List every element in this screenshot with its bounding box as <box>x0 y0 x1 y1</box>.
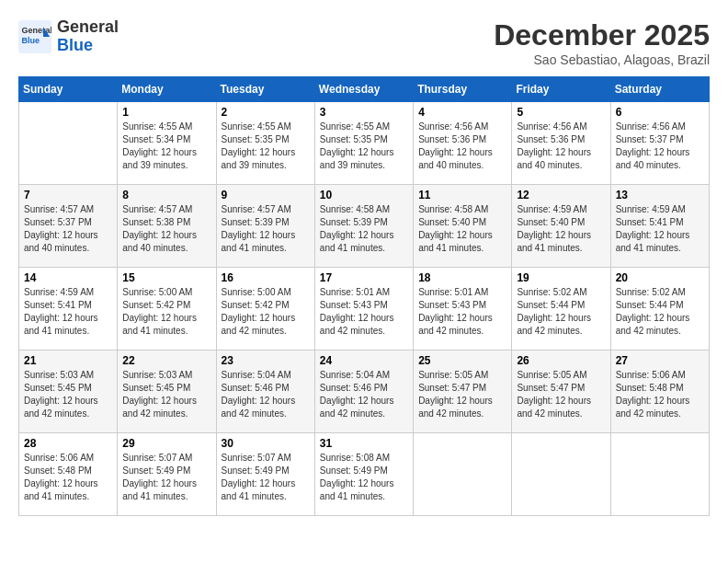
day-info: Sunrise: 5:01 AM Sunset: 5:43 PM Dayligh… <box>418 286 506 338</box>
day-info: Sunrise: 4:57 AM Sunset: 5:38 PM Dayligh… <box>122 203 210 255</box>
calendar-cell: 21Sunrise: 5:03 AM Sunset: 5:45 PM Dayli… <box>19 350 118 433</box>
day-header-tuesday: Tuesday <box>216 77 314 102</box>
day-number: 13 <box>616 189 704 201</box>
calendar-cell: 5Sunrise: 4:56 AM Sunset: 5:36 PM Daylig… <box>512 102 610 185</box>
day-info: Sunrise: 5:01 AM Sunset: 5:43 PM Dayligh… <box>320 286 408 338</box>
week-row-3: 21Sunrise: 5:03 AM Sunset: 5:45 PM Dayli… <box>19 350 710 433</box>
calendar-cell: 6Sunrise: 4:56 AM Sunset: 5:37 PM Daylig… <box>610 102 709 185</box>
calendar-cell: 14Sunrise: 4:59 AM Sunset: 5:41 PM Dayli… <box>19 268 118 350</box>
day-number: 6 <box>616 106 704 119</box>
day-header-saturday: Saturday <box>610 77 709 102</box>
day-info: Sunrise: 5:06 AM Sunset: 5:48 PM Dayligh… <box>616 369 704 420</box>
logo-icon: General Blue <box>18 20 51 53</box>
calendar-cell <box>414 433 512 516</box>
day-info: Sunrise: 5:07 AM Sunset: 5:49 PM Dayligh… <box>222 452 310 503</box>
calendar-cell: 17Sunrise: 5:01 AM Sunset: 5:43 PM Dayli… <box>314 268 413 350</box>
day-number: 22 <box>122 354 210 367</box>
calendar-cell: 11Sunrise: 4:58 AM Sunset: 5:40 PM Dayli… <box>414 185 512 268</box>
day-info: Sunrise: 4:59 AM Sunset: 5:41 PM Dayligh… <box>24 286 112 338</box>
day-number: 21 <box>24 354 112 367</box>
week-row-4: 28Sunrise: 5:06 AM Sunset: 5:48 PM Dayli… <box>19 433 710 516</box>
day-info: Sunrise: 4:56 AM Sunset: 5:36 PM Dayligh… <box>517 121 605 172</box>
day-info: Sunrise: 5:05 AM Sunset: 5:47 PM Dayligh… <box>517 369 605 420</box>
calendar-cell: 18Sunrise: 5:01 AM Sunset: 5:43 PM Dayli… <box>414 268 512 350</box>
day-number: 19 <box>517 271 605 284</box>
calendar-cell: 1Sunrise: 4:55 AM Sunset: 5:34 PM Daylig… <box>118 102 216 185</box>
calendar-cell: 2Sunrise: 4:55 AM Sunset: 5:35 PM Daylig… <box>216 102 314 185</box>
day-info: Sunrise: 4:55 AM Sunset: 5:35 PM Dayligh… <box>222 121 310 172</box>
calendar-cell: 13Sunrise: 4:59 AM Sunset: 5:41 PM Dayli… <box>610 185 709 268</box>
calendar-header: SundayMondayTuesdayWednesdayThursdayFrid… <box>19 77 710 102</box>
day-info: Sunrise: 5:05 AM Sunset: 5:47 PM Dayligh… <box>418 369 506 420</box>
month-title: December 2025 <box>494 18 710 52</box>
page-header: General Blue General Blue December 2025 … <box>18 18 710 67</box>
calendar-cell: 27Sunrise: 5:06 AM Sunset: 5:48 PM Dayli… <box>610 350 709 433</box>
calendar-cell: 15Sunrise: 5:00 AM Sunset: 5:42 PM Dayli… <box>118 268 216 350</box>
svg-text:Blue: Blue <box>22 36 40 45</box>
day-info: Sunrise: 5:04 AM Sunset: 5:46 PM Dayligh… <box>320 369 408 420</box>
day-number: 8 <box>122 189 210 201</box>
day-info: Sunrise: 4:56 AM Sunset: 5:37 PM Dayligh… <box>616 121 704 172</box>
title-block: December 2025 Sao Sebastiao, Alagoas, Br… <box>494 18 710 67</box>
calendar-cell: 31Sunrise: 5:08 AM Sunset: 5:49 PM Dayli… <box>314 433 413 516</box>
day-info: Sunrise: 4:57 AM Sunset: 5:39 PM Dayligh… <box>222 203 310 255</box>
day-number: 31 <box>320 437 408 450</box>
day-header-wednesday: Wednesday <box>314 77 413 102</box>
day-info: Sunrise: 5:08 AM Sunset: 5:49 PM Dayligh… <box>320 452 408 503</box>
day-info: Sunrise: 4:55 AM Sunset: 5:35 PM Dayligh… <box>320 121 408 172</box>
calendar-cell: 30Sunrise: 5:07 AM Sunset: 5:49 PM Dayli… <box>216 433 314 516</box>
header-row: SundayMondayTuesdayWednesdayThursdayFrid… <box>19 77 710 102</box>
calendar-cell: 19Sunrise: 5:02 AM Sunset: 5:44 PM Dayli… <box>512 268 610 350</box>
calendar-body: 1Sunrise: 4:55 AM Sunset: 5:34 PM Daylig… <box>19 102 710 516</box>
day-info: Sunrise: 4:57 AM Sunset: 5:37 PM Dayligh… <box>24 203 112 255</box>
day-info: Sunrise: 4:56 AM Sunset: 5:36 PM Dayligh… <box>418 121 506 172</box>
day-number: 24 <box>320 354 408 367</box>
day-number: 2 <box>222 106 310 119</box>
day-number: 7 <box>24 189 112 201</box>
calendar-cell: 9Sunrise: 4:57 AM Sunset: 5:39 PM Daylig… <box>216 185 314 268</box>
calendar-cell: 25Sunrise: 5:05 AM Sunset: 5:47 PM Dayli… <box>414 350 512 433</box>
day-number: 27 <box>616 354 704 367</box>
day-info: Sunrise: 4:58 AM Sunset: 5:39 PM Dayligh… <box>320 203 408 255</box>
day-info: Sunrise: 4:58 AM Sunset: 5:40 PM Dayligh… <box>418 203 506 255</box>
calendar-cell: 24Sunrise: 5:04 AM Sunset: 5:46 PM Dayli… <box>314 350 413 433</box>
day-number: 18 <box>418 271 506 284</box>
day-number: 23 <box>222 354 310 367</box>
day-number: 10 <box>320 189 408 201</box>
day-number: 17 <box>320 271 408 284</box>
day-info: Sunrise: 4:55 AM Sunset: 5:34 PM Dayligh… <box>122 121 210 172</box>
day-number: 29 <box>122 437 210 450</box>
day-number: 3 <box>320 106 408 119</box>
day-number: 30 <box>222 437 310 450</box>
day-number: 28 <box>24 437 112 450</box>
day-header-friday: Friday <box>512 77 610 102</box>
calendar-cell: 10Sunrise: 4:58 AM Sunset: 5:39 PM Dayli… <box>314 185 413 268</box>
calendar-cell <box>610 433 709 516</box>
day-number: 1 <box>122 106 210 119</box>
calendar-cell <box>19 102 118 185</box>
logo-blue: Blue <box>57 36 93 54</box>
day-info: Sunrise: 5:00 AM Sunset: 5:42 PM Dayligh… <box>122 286 210 338</box>
week-row-1: 7Sunrise: 4:57 AM Sunset: 5:37 PM Daylig… <box>19 185 710 268</box>
week-row-0: 1Sunrise: 4:55 AM Sunset: 5:34 PM Daylig… <box>19 102 710 185</box>
calendar-cell: 3Sunrise: 4:55 AM Sunset: 5:35 PM Daylig… <box>314 102 413 185</box>
day-number: 25 <box>418 354 506 367</box>
day-info: Sunrise: 5:02 AM Sunset: 5:44 PM Dayligh… <box>616 286 704 338</box>
day-info: Sunrise: 5:07 AM Sunset: 5:49 PM Dayligh… <box>122 452 210 503</box>
day-number: 4 <box>418 106 506 119</box>
logo: General Blue General Blue <box>18 18 119 55</box>
day-number: 15 <box>122 271 210 284</box>
day-header-monday: Monday <box>118 77 216 102</box>
day-number: 26 <box>517 354 605 367</box>
day-info: Sunrise: 4:59 AM Sunset: 5:41 PM Dayligh… <box>616 203 704 255</box>
day-info: Sunrise: 5:06 AM Sunset: 5:48 PM Dayligh… <box>24 452 112 503</box>
day-info: Sunrise: 4:59 AM Sunset: 5:40 PM Dayligh… <box>517 203 605 255</box>
calendar-cell: 23Sunrise: 5:04 AM Sunset: 5:46 PM Dayli… <box>216 350 314 433</box>
day-info: Sunrise: 5:04 AM Sunset: 5:46 PM Dayligh… <box>222 369 310 420</box>
calendar-cell: 22Sunrise: 5:03 AM Sunset: 5:45 PM Dayli… <box>118 350 216 433</box>
calendar-cell: 12Sunrise: 4:59 AM Sunset: 5:40 PM Dayli… <box>512 185 610 268</box>
day-header-thursday: Thursday <box>414 77 512 102</box>
day-header-sunday: Sunday <box>19 77 118 102</box>
location: Sao Sebastiao, Alagoas, Brazil <box>494 52 710 67</box>
calendar-cell: 7Sunrise: 4:57 AM Sunset: 5:37 PM Daylig… <box>19 185 118 268</box>
